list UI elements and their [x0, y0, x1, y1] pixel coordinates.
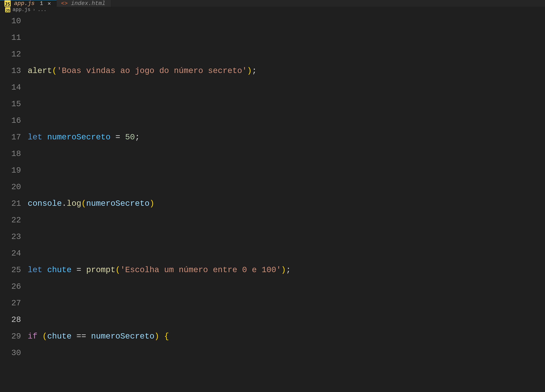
token: {	[164, 332, 169, 341]
line-number: 17	[0, 129, 21, 145]
tab-label: app.js	[14, 0, 35, 7]
breadcrumb-rest[interactable]: ...	[38, 7, 47, 12]
code-editor[interactable]: 10 11 12 13 14 15 16 17 18 19 20 21 22 2…	[0, 13, 545, 392]
line-number: 18	[0, 145, 21, 162]
line-number: 20	[0, 179, 21, 195]
line-number: 29	[0, 328, 21, 345]
line-number: 21	[0, 195, 21, 212]
javascript-icon: JS	[4, 0, 11, 7]
line-number: 19	[0, 162, 21, 179]
token: let	[28, 133, 42, 142]
token: )	[149, 199, 154, 208]
token: numeroSecreto	[47, 133, 111, 142]
token: numeroSecreto	[86, 199, 149, 208]
line-number: 22	[0, 212, 21, 229]
close-tab-icon[interactable]: ✕	[48, 0, 51, 7]
token: =	[72, 265, 86, 275]
token: 'Escolha um número entre 0 e 100'	[120, 265, 281, 275]
token: ==	[72, 332, 91, 341]
line-number: 15	[0, 96, 21, 112]
line-number: 11	[0, 29, 21, 46]
chevron-right-icon: ›	[33, 7, 35, 12]
line-number: 25	[0, 262, 21, 278]
token: chute	[47, 332, 72, 341]
line-number: 14	[0, 79, 21, 96]
tab-app-js[interactable]: JS app.js 1 ✕	[0, 0, 57, 7]
token: )	[281, 265, 286, 275]
line-number: 13	[0, 62, 21, 79]
tab-label: index.html	[71, 0, 105, 7]
token: ;	[135, 133, 140, 142]
breadcrumb: JS app.js › ...	[0, 7, 545, 13]
token: 50	[125, 133, 135, 142]
token: (	[42, 332, 47, 341]
token: if	[28, 332, 37, 341]
html-icon: <>	[61, 1, 68, 6]
line-number: 28	[0, 311, 21, 328]
token: ;	[286, 265, 291, 275]
token: (	[52, 66, 57, 75]
code-content[interactable]: alert('Boas vindas ao jogo do número sec…	[28, 13, 545, 392]
token: prompt	[86, 265, 115, 275]
line-number: 26	[0, 278, 21, 295]
token: chute	[47, 265, 72, 275]
javascript-icon: JS	[5, 7, 10, 12]
breadcrumb-file[interactable]: app.js	[12, 7, 31, 12]
token: )	[155, 332, 159, 341]
editor-tabs: JS app.js 1 ✕ <> index.html	[0, 0, 545, 7]
token: alert	[28, 66, 52, 75]
line-number-gutter: 10 11 12 13 14 15 16 17 18 19 20 21 22 2…	[0, 13, 28, 392]
token: =	[111, 133, 125, 142]
token: numeroSecreto	[91, 332, 154, 341]
line-number: 30	[0, 345, 21, 361]
line-number: 10	[0, 13, 21, 29]
line-number: 23	[0, 229, 21, 245]
token: ;	[252, 66, 257, 75]
token: .	[62, 199, 67, 208]
token: log	[67, 199, 81, 208]
modified-count-badge: 1	[40, 0, 43, 7]
token: (	[115, 265, 120, 275]
line-number: 12	[0, 46, 21, 62]
line-number: 16	[0, 112, 21, 129]
tab-index-html[interactable]: <> index.html	[57, 0, 111, 7]
token	[159, 332, 164, 341]
token: (	[81, 199, 86, 208]
token: )	[247, 66, 252, 75]
token: let	[28, 265, 42, 275]
token: console	[28, 199, 62, 208]
token: 'Boas vindas ao jogo do número secreto'	[57, 66, 247, 75]
token	[37, 332, 42, 341]
line-number: 24	[0, 245, 21, 262]
line-number: 27	[0, 295, 21, 311]
